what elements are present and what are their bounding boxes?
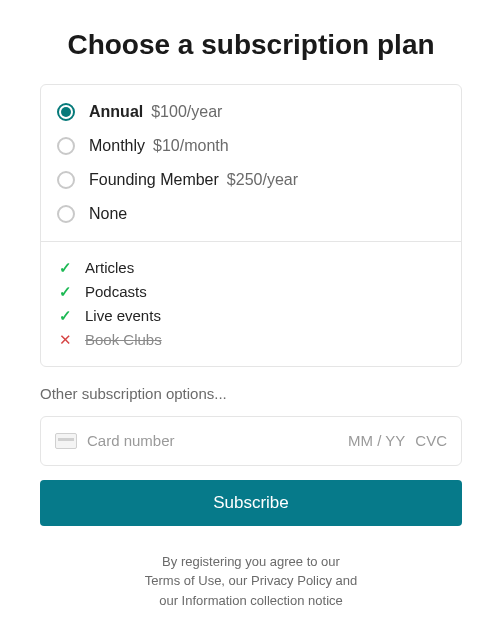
radio-icon — [57, 205, 75, 223]
legal-line: By registering you agree to our — [40, 552, 462, 572]
legal-line: Terms of Use, our Privacy Policy and — [40, 571, 462, 591]
feature-label: Book Clubs — [85, 331, 162, 348]
legal-text: By registering you agree to our Terms of… — [40, 552, 462, 611]
card-number-input[interactable]: Card number MM / YY CVC — [40, 416, 462, 466]
plan-option-founding-member[interactable]: Founding Member $250/year — [41, 163, 461, 197]
feature-label: Podcasts — [85, 283, 147, 300]
radio-icon — [57, 137, 75, 155]
feature-list: ✓ Articles ✓ Podcasts ✓ Live events ✕ Bo… — [41, 241, 461, 366]
plan-name: Monthly — [89, 137, 145, 155]
plan-option-annual[interactable]: Annual $100/year — [41, 95, 461, 129]
subscribe-button[interactable]: Subscribe — [40, 480, 462, 526]
card-cvc-placeholder: CVC — [415, 432, 447, 449]
radio-icon — [57, 171, 75, 189]
plan-list: Annual $100/year Monthly $10/month Found… — [41, 85, 461, 241]
cross-icon: ✕ — [59, 331, 77, 349]
subscription-card: Annual $100/year Monthly $10/month Found… — [40, 84, 462, 367]
card-number-placeholder: Card number — [87, 432, 348, 449]
plan-name: None — [89, 205, 127, 223]
feature-item: ✓ Podcasts — [59, 280, 443, 304]
feature-item: ✓ Live events — [59, 304, 443, 328]
other-options-link[interactable]: Other subscription options... — [40, 385, 462, 402]
plan-option-monthly[interactable]: Monthly $10/month — [41, 129, 461, 163]
legal-line: our Information collection notice — [40, 591, 462, 611]
plan-name: Founding Member — [89, 171, 219, 189]
feature-label: Articles — [85, 259, 134, 276]
card-expiry-placeholder: MM / YY — [348, 432, 405, 449]
feature-item: ✓ Articles — [59, 256, 443, 280]
plan-name: Annual — [89, 103, 143, 121]
credit-card-icon — [55, 433, 77, 449]
radio-icon — [57, 103, 75, 121]
check-icon: ✓ — [59, 283, 77, 301]
plan-price: $10/month — [153, 137, 229, 155]
check-icon: ✓ — [59, 307, 77, 325]
page-title: Choose a subscription plan — [40, 28, 462, 62]
check-icon: ✓ — [59, 259, 77, 277]
plan-price: $250/year — [227, 171, 298, 189]
feature-label: Live events — [85, 307, 161, 324]
plan-price: $100/year — [151, 103, 222, 121]
feature-item: ✕ Book Clubs — [59, 328, 443, 352]
plan-option-none[interactable]: None — [41, 197, 461, 231]
